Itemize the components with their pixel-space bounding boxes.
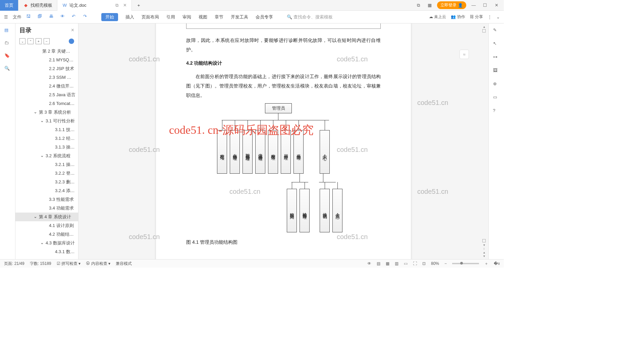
ribbon-view[interactable]: 视图 <box>199 14 207 20</box>
outline-item[interactable]: 3.2.4 添加… <box>15 186 78 195</box>
page-count[interactable]: 页面: 21/49 <box>4 261 24 267</box>
content-check-button[interactable]: ⦿ 内容检查 ▾ <box>86 261 110 267</box>
outline-item[interactable]: 2.3 SSM 框架 <box>15 73 78 82</box>
zoom-out-icon[interactable]: − <box>444 261 447 266</box>
outline-item[interactable]: 2.6 Tomcat 介… <box>15 99 78 108</box>
outline-item[interactable]: 2.5 Java 语言 <box>15 91 78 99</box>
outline-item[interactable]: ⌄第 4 章 系统设计 <box>15 213 78 221</box>
view-read-icon[interactable]: ▭ <box>404 261 408 266</box>
tab-document[interactable]: W 论文.doc ⧉ ✕ <box>57 0 132 11</box>
outline-item[interactable]: 2.1 MYSQL 数… <box>15 56 78 64</box>
outline-item[interactable]: ⌄3.2 系统流程 <box>15 152 78 160</box>
zoom-slider[interactable] <box>452 263 479 264</box>
sidebar-close-icon[interactable]: × <box>71 27 74 33</box>
search-icon[interactable]: 🔍 <box>4 66 11 72</box>
scroll-bottom-controls[interactable]: ▾↕▴▾ <box>481 239 487 258</box>
outline-item[interactable]: 3.1.1 技术… <box>15 125 78 134</box>
zoom-level[interactable]: 80% <box>431 261 439 266</box>
outline-item[interactable]: 3.1.3 操作… <box>15 143 78 152</box>
outline-item[interactable]: 3.2.1 操作… <box>15 160 78 169</box>
hamburger-icon[interactable]: ☰ <box>4 14 8 19</box>
new-tab-button[interactable]: ＋ <box>132 0 146 11</box>
clipboard-icon[interactable]: 🗀 <box>4 40 11 47</box>
tab-template[interactable]: ◆ 找稻壳模板 <box>18 0 57 11</box>
ribbon-start[interactable]: 开始 <box>101 13 118 21</box>
outline-item[interactable]: 4.2 功能结构设… <box>15 230 78 239</box>
fullscreen-icon[interactable]: ⛶ <box>413 261 417 266</box>
pen-icon[interactable]: ✎ <box>493 27 500 34</box>
sync-indicator-icon[interactable] <box>69 39 74 44</box>
view-web-icon[interactable]: ▥ <box>395 261 398 266</box>
ribbon-chapter[interactable]: 章节 <box>215 14 223 20</box>
ribbon-insert[interactable]: 插入 <box>125 14 134 20</box>
more-icon[interactable]: ⋮ <box>488 15 492 19</box>
minimize-button[interactable]: — <box>470 3 478 8</box>
outline-icon[interactable]: ▤ <box>4 27 11 34</box>
expand-all-icon[interactable]: ⌃ <box>28 38 34 44</box>
ribbon-reference[interactable]: 引用 <box>166 14 175 20</box>
outline-item[interactable]: ⌄3.1 可行性分析 <box>15 117 78 125</box>
view-outline-icon[interactable]: ▦ <box>386 261 389 266</box>
ribbon-devtools[interactable]: 开发工具 <box>231 14 248 20</box>
word-count[interactable]: 字数: 15189 <box>30 261 51 267</box>
apps-icon[interactable]: ▦ <box>426 3 434 8</box>
ribbon-review[interactable]: 审阅 <box>182 14 191 20</box>
outline-item[interactable]: ⌄4.3 数据库设计 <box>15 239 78 247</box>
outline-item[interactable]: 3.2.3 删除… <box>15 178 78 186</box>
chevron-down-icon[interactable]: ⌄ <box>40 153 44 158</box>
collapse-ribbon-icon[interactable]: ⌄ <box>496 15 500 19</box>
chevron-down-icon[interactable]: ⌄ <box>34 109 37 114</box>
redo-icon[interactable]: ↷ <box>83 14 90 20</box>
undo-icon[interactable]: ↶ <box>72 14 78 20</box>
share-button[interactable]: ⛓ 分享 <box>470 14 483 20</box>
remove-heading-icon[interactable]: − <box>44 38 50 44</box>
save-icon[interactable]: 🖫 <box>26 14 33 20</box>
outline-item[interactable]: 4.3.1 数据… <box>15 247 78 256</box>
preview-icon[interactable]: 👁 <box>60 14 67 20</box>
outline-item[interactable]: 2.4 微信开发者… <box>15 82 78 91</box>
close-button[interactable]: ✕ <box>492 3 500 8</box>
collab-button[interactable]: 👥 协作 <box>451 14 465 20</box>
compass-icon[interactable]: ⊕ <box>493 81 500 88</box>
chevron-down-icon[interactable]: ⌄ <box>34 214 37 219</box>
maximize-button[interactable]: ☐ <box>481 3 489 8</box>
outline-item[interactable]: 3.1.2 经济… <box>15 134 78 143</box>
eye-icon[interactable]: 👁 <box>367 261 371 266</box>
image-icon[interactable]: 🖼 <box>493 68 500 74</box>
chevron-down-icon[interactable]: ⌄ <box>40 118 44 123</box>
ribbon-layout[interactable]: 页面布局 <box>142 14 159 20</box>
expand-icon[interactable]: �וו <box>494 261 500 266</box>
outline-item[interactable]: ⌄第 3 章 系统分析 <box>15 108 78 117</box>
scroll-top-controls[interactable]: ▴ <box>481 25 487 33</box>
tab-window-icon[interactable]: ⧉ <box>115 3 118 8</box>
file-menu[interactable]: 文件 <box>13 14 21 20</box>
read-icon[interactable]: ▭ <box>493 95 500 101</box>
outline-item[interactable]: 3.3 性能需求 <box>15 195 78 204</box>
print-icon[interactable]: 🖶 <box>49 14 56 20</box>
tab-home[interactable]: 首页 <box>0 0 18 11</box>
save-as-icon[interactable]: 🗐 <box>38 14 44 20</box>
outline-item[interactable]: 3.2.2 登录… <box>15 169 78 178</box>
bookmark-icon[interactable]: 🔖 <box>4 53 11 60</box>
select-icon[interactable]: ↖ <box>493 41 500 48</box>
outline-item[interactable]: 第 2 章 关键… <box>15 47 78 56</box>
login-button[interactable]: 立即登录 👤 <box>437 1 466 9</box>
outline-list[interactable]: 第 2 章 关键…2.1 MYSQL 数…2.2 JSP 技术2.3 SSM 框… <box>15 46 78 259</box>
document-canvas[interactable]: 故障，因此，本系统在应对故障时，要能够进行诊断并弱化故障，可以在短时间内进行自维… <box>78 23 488 259</box>
outline-item[interactable]: 4.1 设计原则 <box>15 221 78 230</box>
outline-item[interactable]: 2.2 JSP 技术 <box>15 64 78 73</box>
outline-item[interactable]: 3.4 功能需求 <box>15 204 78 213</box>
ribbon-vip[interactable]: 会员专享 <box>256 14 273 20</box>
cloud-status[interactable]: ☁ 未上云 <box>429 14 446 20</box>
close-icon[interactable]: ✕ <box>123 3 127 8</box>
ai-assist-button[interactable]: ≈ <box>460 50 469 59</box>
compat-mode[interactable]: 兼容模式 <box>116 261 132 267</box>
settings-icon[interactable]: ⊶ <box>493 54 500 61</box>
collapse-all-icon[interactable]: ⌄ <box>19 38 25 44</box>
view-page-icon[interactable]: ▤ <box>377 261 380 266</box>
zoom-in-icon[interactable]: ＋ <box>484 261 488 267</box>
layout-icon[interactable]: ⧉ <box>414 3 422 8</box>
spellcheck-button[interactable]: ☑ 拼写检查 ▾ <box>57 261 81 267</box>
add-heading-icon[interactable]: + <box>36 38 42 44</box>
command-search[interactable]: 🔍 查找命令、搜索模板 <box>284 13 335 21</box>
